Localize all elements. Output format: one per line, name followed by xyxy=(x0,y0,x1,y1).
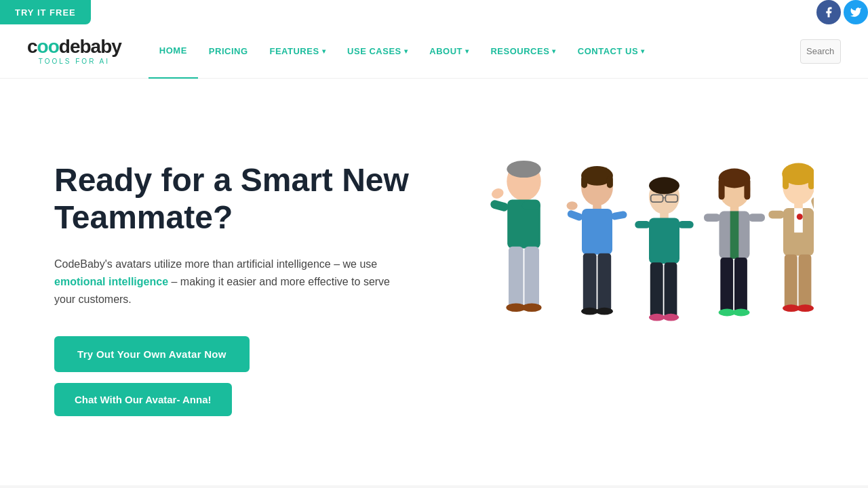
avatar-female-tan-suit xyxy=(768,163,814,312)
svg-rect-60 xyxy=(785,255,797,308)
nav-link-features[interactable]: FEATURES ▾ xyxy=(259,24,337,79)
avatar-female-blue xyxy=(566,166,627,315)
svg-rect-16 xyxy=(566,209,584,222)
svg-rect-17 xyxy=(610,211,627,221)
resources-chevron: ▾ xyxy=(552,47,556,55)
try-free-button[interactable]: TRY IT FREE xyxy=(0,0,91,24)
nav-link-resources[interactable]: RESOURCES ▾ xyxy=(479,24,566,79)
page-footer xyxy=(0,485,868,488)
nav-item-features[interactable]: FEATURES ▾ xyxy=(259,24,337,79)
hero-title: Ready for a Smart New Teammate? xyxy=(54,161,472,236)
logo-text: coodebaby xyxy=(27,37,121,56)
svg-point-18 xyxy=(567,201,578,210)
nav-links: HOME PRICING FEATURES ▾ USE CASES ▾ ABOU… xyxy=(149,24,800,79)
svg-rect-20 xyxy=(597,253,611,312)
svg-rect-4 xyxy=(522,201,540,210)
svg-rect-13 xyxy=(607,176,613,188)
svg-point-48 xyxy=(732,309,749,317)
use-cases-chevron: ▾ xyxy=(404,47,408,55)
svg-point-5 xyxy=(490,187,505,201)
social-icons xyxy=(816,0,868,24)
hero-desc-start: CodeBaby's avatars utilize more than art… xyxy=(54,258,377,270)
nav-item-resources[interactable]: RESOURCES ▾ xyxy=(479,24,566,79)
svg-point-22 xyxy=(596,308,613,315)
svg-point-21 xyxy=(581,308,598,315)
avatar-female-teal-glasses xyxy=(635,177,693,321)
avatar-group xyxy=(472,146,814,431)
svg-rect-31 xyxy=(678,221,694,228)
nav-link-use-cases[interactable]: USE CASES ▾ xyxy=(336,24,418,79)
svg-rect-51 xyxy=(783,174,789,190)
svg-point-35 xyxy=(663,314,679,321)
avatars-illustration xyxy=(472,133,814,431)
svg-point-9 xyxy=(522,304,542,312)
chat-avatar-button[interactable]: Chat With Our Avatar- Anna! xyxy=(54,383,232,416)
svg-rect-39 xyxy=(744,178,750,200)
svg-point-63 xyxy=(797,304,814,312)
search-input[interactable] xyxy=(800,39,841,64)
svg-rect-33 xyxy=(665,262,677,317)
hero-desc-highlight: emotional intelligence xyxy=(54,276,168,287)
try-avatar-button[interactable]: Try Out Your Own Avatar Now xyxy=(54,336,250,372)
top-bar: TRY IT FREE xyxy=(0,0,868,24)
about-chevron: ▾ xyxy=(465,47,469,55)
hero-buttons: Try Out Your Own Avatar Now Chat With Ou… xyxy=(54,336,472,416)
nav-link-home[interactable]: HOME xyxy=(149,24,198,79)
svg-point-24 xyxy=(649,177,679,194)
svg-rect-43 xyxy=(704,214,720,222)
nav-link-about[interactable]: ABOUT ▾ xyxy=(418,24,479,79)
logo[interactable]: coodebaby TOOLS FOR AI xyxy=(27,37,121,65)
svg-rect-3 xyxy=(490,199,509,212)
svg-point-34 xyxy=(649,314,665,321)
svg-rect-55 xyxy=(794,208,803,232)
svg-rect-19 xyxy=(583,253,597,312)
svg-rect-45 xyxy=(720,258,733,312)
hero-content: Ready for a Smart New Teammate? CodeBaby… xyxy=(54,161,472,416)
svg-rect-44 xyxy=(749,214,765,222)
svg-rect-15 xyxy=(582,209,612,255)
svg-rect-42 xyxy=(730,211,739,259)
svg-rect-12 xyxy=(581,176,587,188)
avatar-female-grey-jacket xyxy=(704,169,765,317)
svg-rect-52 xyxy=(808,174,814,190)
nav-link-pricing[interactable]: PRICING xyxy=(198,24,259,79)
facebook-icon[interactable] xyxy=(816,0,841,24)
avatar-male-teal xyxy=(490,161,542,312)
twitter-icon[interactable] xyxy=(844,0,868,24)
svg-point-59 xyxy=(797,214,803,220)
nav-item-contact-us[interactable]: CONTACT US ▾ xyxy=(567,24,656,79)
navbar: coodebaby TOOLS FOR AI HOME PRICING FEAT… xyxy=(0,24,868,79)
svg-rect-56 xyxy=(768,211,784,219)
nav-link-contact-us[interactable]: CONTACT US ▾ xyxy=(567,24,656,79)
hero-section: Ready for a Smart New Teammate? CodeBaby… xyxy=(0,79,868,485)
logo-subtitle: TOOLS FOR AI xyxy=(27,58,121,65)
svg-rect-61 xyxy=(799,255,812,308)
svg-rect-30 xyxy=(635,221,650,228)
svg-rect-7 xyxy=(524,247,539,308)
svg-point-1 xyxy=(507,161,540,178)
contact-chevron: ▾ xyxy=(641,47,645,55)
svg-rect-32 xyxy=(650,262,663,317)
nav-item-pricing[interactable]: PRICING xyxy=(198,24,259,79)
features-chevron: ▾ xyxy=(322,47,326,55)
nav-item-home[interactable]: HOME xyxy=(149,24,198,79)
svg-rect-46 xyxy=(734,258,747,312)
svg-rect-6 xyxy=(509,247,524,308)
nav-item-use-cases[interactable]: USE CASES ▾ xyxy=(336,24,418,79)
svg-rect-38 xyxy=(719,178,725,200)
svg-rect-29 xyxy=(649,218,679,264)
nav-item-about[interactable]: ABOUT ▾ xyxy=(418,24,479,79)
hero-description: CodeBaby's avatars utilize more than art… xyxy=(54,256,393,309)
